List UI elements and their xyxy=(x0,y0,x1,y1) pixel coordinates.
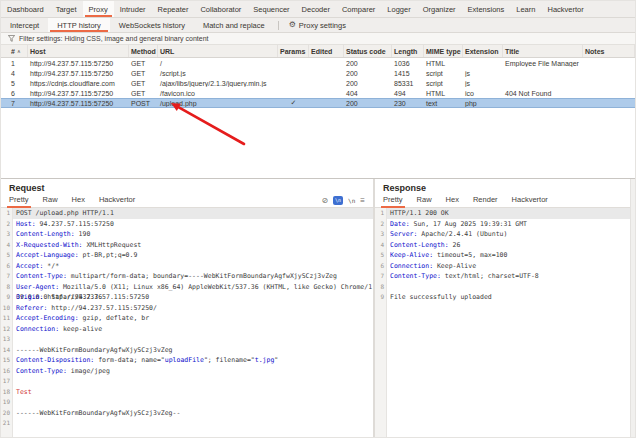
hide-nonprintables-icon[interactable]: ⊘ xyxy=(321,197,328,205)
line-number: 17 xyxy=(1,376,13,387)
cell-length: 230 xyxy=(392,100,424,107)
request-tab-raw[interactable]: Raw xyxy=(43,195,58,207)
gutter xyxy=(375,303,387,438)
column-header-params[interactable]: Params xyxy=(278,45,309,57)
cell-method: POST xyxy=(129,100,158,107)
request-tab-hackvertor[interactable]: Hackvertor xyxy=(99,195,135,207)
column-header-extension[interactable]: Extension xyxy=(463,45,503,57)
column-header-notes[interactable]: Notes xyxy=(583,45,635,57)
cell-host: https://cdnjs.cloudflare.com xyxy=(28,80,129,87)
subtab-intercept[interactable]: Intercept xyxy=(1,18,48,32)
column-header-url[interactable]: URL xyxy=(158,45,278,57)
request-line: 20------WebKitFormBoundaryAgfwXjySCzj3vZ… xyxy=(1,408,373,419)
subtab-match-and-replace[interactable]: Match and replace xyxy=(194,18,274,32)
cell-num: 7 xyxy=(9,100,28,107)
table-row[interactable]: 4http://94.237.57.115:57250GET/script.js… xyxy=(1,68,635,78)
burp-suite-window: DashboardTargetProxyIntruderRepeaterColl… xyxy=(0,0,636,438)
newline-toggle-button[interactable]: \n xyxy=(333,196,343,205)
response-tab-raw[interactable]: Raw xyxy=(417,195,432,207)
tab-hackvertor[interactable]: Hackvertor xyxy=(541,1,589,17)
response-line: 5Keep-Alive: timeout=5, max=100 xyxy=(375,250,635,261)
response-tabs: PrettyRawHexRenderHackvertor xyxy=(375,194,635,208)
filter-settings-text: Filter settings: Hiding CSS, image and g… xyxy=(19,35,209,42)
column-header--[interactable]: #∧ xyxy=(9,45,28,57)
tab-organizer[interactable]: Organizer xyxy=(417,1,462,17)
line-number: 3 xyxy=(375,229,387,240)
line-number: 7 xyxy=(1,271,13,282)
table-row[interactable]: 1http://94.237.57.115:57250GET/2001036HT… xyxy=(1,58,635,68)
response-tab-render[interactable]: Render xyxy=(473,195,498,207)
proxy-settings-button[interactable]: ⚙ Proxy settings xyxy=(283,18,352,32)
request-line: 14------WebKitFormBoundaryAgfwXjySCzj3vZ… xyxy=(1,345,373,356)
tab-sequencer[interactable]: Sequencer xyxy=(247,1,295,17)
request-editor[interactable]: 1POST /upload.php HTTP/1.12Host: 94.237.… xyxy=(1,208,373,437)
tab-comparer[interactable]: Comparer xyxy=(336,1,381,17)
scrollbar-track[interactable] xyxy=(630,179,635,437)
line-number: 13 xyxy=(1,334,13,345)
response-tab-hackvertor[interactable]: Hackvertor xyxy=(512,195,548,207)
table-header-row[interactable]: #∧HostMethodURLParamsEditedStatus codeLe… xyxy=(1,45,635,58)
cell-status: 200 xyxy=(344,60,392,67)
line-content: Server: Apache/2.4.41 (Ubuntu) xyxy=(387,229,635,240)
column-header-method[interactable]: Method xyxy=(129,45,158,57)
gutter xyxy=(1,429,13,438)
response-panel: Response PrettyRawHexRenderHackvertor 1H… xyxy=(375,179,635,437)
filter-settings-bar[interactable]: Filter settings: Hiding CSS, image and g… xyxy=(1,33,635,45)
line-number: 4 xyxy=(1,240,13,251)
cell-mime: HTML xyxy=(424,90,463,97)
column-header-edited[interactable]: Edited xyxy=(309,45,344,57)
newline-icon[interactable]: \n xyxy=(348,198,355,204)
line-content: ------WebKitFormBoundaryAgfwXjySCzj3vZeg xyxy=(13,345,373,356)
column-header-mime-type[interactable]: MIME type xyxy=(424,45,463,57)
response-line: 6Connection: Keep-Alive xyxy=(375,261,635,272)
line-content: Host: 94.237.57.115:57250 xyxy=(13,219,373,230)
request-tab-hex[interactable]: Hex xyxy=(72,195,85,207)
column-header-host[interactable]: Host xyxy=(28,45,129,57)
tab-intruder[interactable]: Intruder xyxy=(114,1,152,17)
table-row[interactable]: 6http://94.237.57.115:57250GET/favicon.i… xyxy=(1,88,635,98)
table-row[interactable]: 5https://cdnjs.cloudflare.comGET/ajax/li… xyxy=(1,78,635,88)
column-header-status-code[interactable]: Status code xyxy=(344,45,392,57)
editor-menu-icon[interactable]: ≡ xyxy=(360,197,365,205)
response-tab-hex[interactable]: Hex xyxy=(446,195,459,207)
line-number: 2 xyxy=(375,219,387,230)
line-number: 8 xyxy=(375,282,387,293)
cell-url: /ajax/libs/jquery/2.1.3/jquery.min.js xyxy=(158,80,278,87)
response-line: 1HTTP/1.1 200 OK xyxy=(375,208,635,219)
tab-dashboard[interactable]: Dashboard xyxy=(1,1,50,17)
line-number: 11 xyxy=(1,313,13,324)
tab-decoder[interactable]: Decoder xyxy=(296,1,336,17)
column-header-title[interactable]: Title xyxy=(503,45,583,57)
cell-host: http://94.237.57.115:57250 xyxy=(28,90,129,97)
subtab-websockets-history[interactable]: WebSockets history xyxy=(110,18,194,32)
tab-target[interactable]: Target xyxy=(50,1,83,17)
response-tab-pretty[interactable]: Pretty xyxy=(383,195,403,207)
line-number: 15 xyxy=(1,355,13,366)
line-number: 1 xyxy=(1,208,13,219)
tab-learn[interactable]: Learn xyxy=(510,1,541,17)
proxy-settings-label: Proxy settings xyxy=(299,21,346,30)
tab-collaborator[interactable]: Collaborator xyxy=(194,1,247,17)
line-content: Keep-Alive: timeout=5, max=100 xyxy=(387,250,635,261)
tab-extensions[interactable]: Extensions xyxy=(462,1,511,17)
subtab-http-history[interactable]: HTTP history xyxy=(48,18,110,32)
line-number: 10 xyxy=(1,303,13,314)
line-number: 3 xyxy=(1,229,13,240)
cell-title: Employee File Manager xyxy=(503,60,583,67)
request-tab-pretty[interactable]: Pretty xyxy=(9,195,29,207)
response-editor[interactable]: 1HTTP/1.1 200 OK2Date: Sun, 17 Aug 2025 … xyxy=(375,208,635,437)
line-number: 5 xyxy=(1,250,13,261)
tab-proxy[interactable]: Proxy xyxy=(83,1,114,17)
column-header-length[interactable]: Length xyxy=(392,45,424,57)
tab-logger[interactable]: Logger xyxy=(381,1,416,17)
request-panel: Request PrettyRawHexHackvertor ⊘ \n \n ≡… xyxy=(1,179,375,437)
main-tab-bar: DashboardTargetProxyIntruderRepeaterColl… xyxy=(1,1,635,18)
line-number: 7 xyxy=(375,271,387,282)
request-line: 17 xyxy=(1,376,373,387)
gear-icon: ⚙ xyxy=(289,21,296,29)
cell-url: / xyxy=(158,60,278,67)
cell-num: 5 xyxy=(9,80,28,87)
table-row[interactable]: 7http://94.237.57.115:57250POST/upload.p… xyxy=(1,98,635,108)
tab-repeater[interactable]: Repeater xyxy=(152,1,195,17)
response-line: 8 xyxy=(375,282,635,293)
